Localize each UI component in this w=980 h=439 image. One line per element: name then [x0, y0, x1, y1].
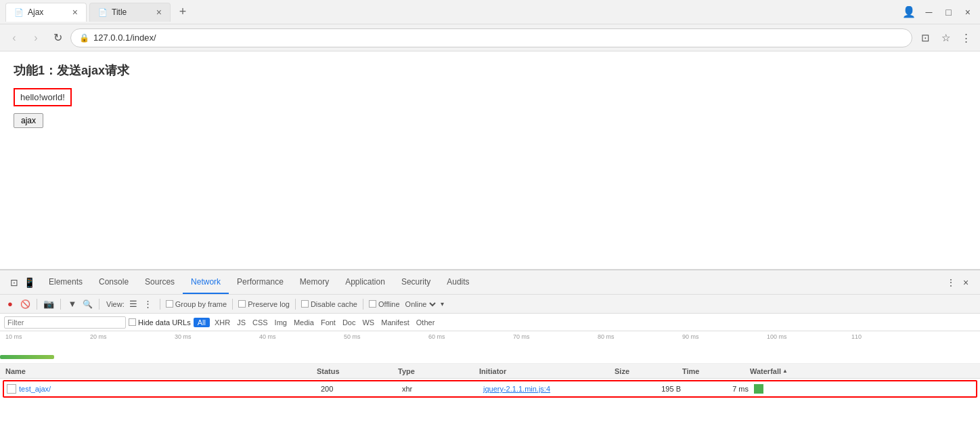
disable-cache-checkbox-group: Disable cache [301, 300, 357, 308]
filter-type-other[interactable]: Other [416, 318, 435, 327]
view-label: View: [106, 300, 125, 308]
toolbar-separator-3 [99, 299, 99, 310]
tab-ajax-close[interactable]: × [72, 7, 78, 17]
stop-record-button[interactable]: 🚫 [19, 298, 31, 310]
throttle-select[interactable]: Online [403, 299, 438, 309]
page-content: 功能1：发送ajax请求 hello!world! ajax [0, 51, 980, 270]
browser-toolbar: ⊡ ☆ ⋮ [916, 29, 975, 47]
user-icon[interactable]: 👤 [902, 5, 916, 18]
tab-title[interactable]: 📄 Title × [89, 3, 171, 22]
tab-elements[interactable]: Elements [41, 270, 91, 294]
offline-checkbox[interactable] [369, 300, 376, 308]
header-name: Name [3, 367, 314, 375]
timeline-mark-20: 20 ms [90, 333, 107, 340]
toolbar-separator-7 [363, 299, 363, 310]
timeline-mark-110: 110 [851, 333, 862, 340]
devtools-more-icon[interactable]: ⋮ [945, 276, 957, 289]
waterfall-sort-icon: ▲ [782, 368, 788, 374]
filter-type-manifest[interactable]: Manifest [381, 318, 409, 327]
timeline-mark-60: 60 ms [428, 333, 445, 340]
element-picker-icon[interactable]: ⊡ [8, 276, 20, 289]
new-tab-button[interactable]: + [173, 3, 192, 22]
tree-view-button[interactable]: ⋮ [142, 298, 154, 310]
devtools-icon-group: ⊡ 📱 [3, 270, 41, 294]
tab-title-close[interactable]: × [156, 7, 162, 17]
list-view-button[interactable]: ☰ [127, 298, 139, 310]
timeline-mark-50: 50 ms [344, 333, 361, 340]
bookmark-icon[interactable]: ☆ [937, 29, 954, 47]
group-by-frame-label: Group by frame [175, 300, 227, 308]
table-header: Name Status Type Initiator Size Time Wat… [0, 364, 980, 379]
close-button[interactable]: × [961, 7, 975, 18]
tab-ajax[interactable]: 📄 Ajax × [5, 3, 87, 22]
device-toolbar-icon[interactable]: 📱 [23, 276, 35, 289]
toolbar-separator-1 [37, 299, 37, 310]
filter-type-css[interactable]: CSS [252, 318, 268, 327]
timeline-mark-100: 100 ms [767, 333, 787, 340]
network-filter-bar: Hide data URLs All XHR JS CSS Img Media … [0, 314, 980, 331]
tab-audits[interactable]: Audits [439, 270, 477, 294]
camera-button[interactable]: 📷 [43, 298, 55, 310]
filter-type-ws[interactable]: WS [362, 318, 374, 327]
row-checkbox[interactable] [7, 384, 16, 394]
hide-data-urls-checkbox[interactable] [129, 318, 136, 326]
timeline-mark-10: 10 ms [5, 333, 22, 340]
preserve-log-label: Preserve log [248, 300, 290, 308]
forward-button[interactable]: › [27, 29, 45, 47]
filter-type-img[interactable]: Img [275, 318, 287, 327]
devtools-tabs: ⊡ 📱 Elements Console Sources Network Per… [0, 270, 980, 295]
devtools-close-icon[interactable]: × [960, 276, 972, 289]
record-button[interactable]: ● [4, 298, 16, 310]
toolbar-separator-4 [160, 299, 160, 310]
header-initiator: Initiator [476, 367, 612, 375]
cast-icon[interactable]: ⊡ [916, 29, 934, 47]
browser-controls: ‹ › ↻ 🔒 127.0.0.1/index/ ⊡ ☆ ⋮ [0, 24, 980, 51]
devtools-tab-end: ⋮ × [939, 270, 977, 294]
filter-button[interactable]: ▼ [66, 298, 79, 310]
devtools-panel: ⊡ 📱 Elements Console Sources Network Per… [0, 270, 980, 439]
row-name: test_ajax/ [19, 385, 321, 393]
timeline-mark-30: 30 ms [175, 333, 192, 340]
filter-input[interactable] [4, 316, 126, 329]
hide-data-urls-label: Hide data URLs [138, 318, 191, 327]
restore-button[interactable]: □ [941, 7, 955, 18]
header-status: Status [314, 367, 395, 375]
minimize-button[interactable]: ─ [921, 7, 936, 18]
tab-application[interactable]: Application [337, 270, 393, 294]
tab-network[interactable]: Network [183, 270, 229, 294]
group-by-frame-checkbox[interactable] [166, 300, 173, 308]
offline-checkbox-group: Offline [369, 300, 400, 308]
tab-memory[interactable]: Memory [292, 270, 337, 294]
table-row[interactable]: test_ajax/ 200 xhr jquery-2.1.1.min.js:4… [3, 380, 977, 398]
filter-type-js[interactable]: JS [237, 318, 246, 327]
filter-type-xhr[interactable]: XHR [215, 318, 230, 327]
row-initiator[interactable]: jquery-2.1.1.min.js:4 [483, 385, 619, 393]
reload-button[interactable]: ↻ [49, 29, 66, 47]
tab-sources[interactable]: Sources [137, 270, 183, 294]
hello-box: hello!world! [14, 88, 72, 106]
timeline-activity-bar [0, 355, 54, 359]
tab-security[interactable]: Security [393, 270, 439, 294]
filter-type-font[interactable]: Font [321, 318, 336, 327]
row-type: xhr [402, 385, 483, 393]
address-bar[interactable]: 🔒 127.0.0.1/index/ [70, 28, 912, 47]
tab-title-icon: 📄 [98, 8, 108, 17]
header-type: Type [395, 367, 476, 375]
filter-type-all[interactable]: All [194, 318, 210, 327]
search-button[interactable]: 🔍 [81, 298, 93, 310]
browser-titlebar: 📄 Ajax × 📄 Title × + 👤 ─ □ × [0, 0, 980, 24]
menu-icon[interactable]: ⋮ [957, 29, 975, 47]
filter-type-media[interactable]: Media [294, 318, 314, 327]
address-text: 127.0.0.1/index/ [93, 33, 904, 43]
preserve-log-checkbox-group: Preserve log [238, 300, 290, 308]
tab-ajax-label: Ajax [28, 7, 43, 17]
preserve-log-checkbox[interactable] [238, 300, 246, 308]
tab-console[interactable]: Console [91, 270, 137, 294]
back-button[interactable]: ‹ [5, 29, 23, 47]
filter-type-doc[interactable]: Doc [342, 318, 356, 327]
tab-performance[interactable]: Performance [229, 270, 292, 294]
disable-cache-checkbox[interactable] [301, 300, 309, 308]
ajax-button[interactable]: ajax [14, 113, 43, 128]
timeline-mark-80: 80 ms [598, 333, 615, 340]
timeline-mark-70: 70 ms [513, 333, 530, 340]
